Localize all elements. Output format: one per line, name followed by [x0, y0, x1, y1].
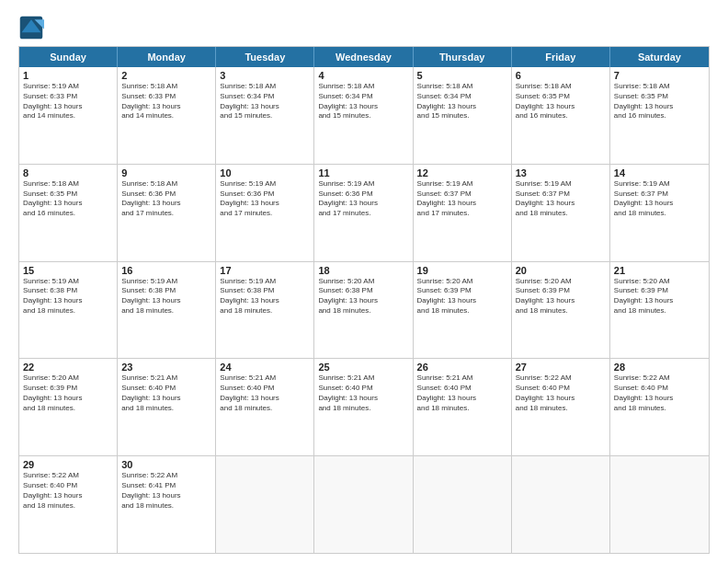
cell-info: Sunrise: 5:19 AM Sunset: 6:36 PM Dayligh…: [220, 179, 310, 219]
header-day-monday: Monday: [118, 47, 216, 67]
day-number: 15: [23, 265, 113, 276]
day-number: 29: [23, 459, 113, 470]
calendar-cell-26: 26Sunrise: 5:21 AM Sunset: 6:40 PM Dayli…: [414, 359, 512, 455]
cell-info: Sunrise: 5:21 AM Sunset: 6:40 PM Dayligh…: [220, 373, 310, 413]
cell-info: Sunrise: 5:18 AM Sunset: 6:36 PM Dayligh…: [121, 179, 211, 219]
calendar-cell-23: 23Sunrise: 5:21 AM Sunset: 6:40 PM Dayli…: [118, 359, 216, 455]
calendar-cell-24: 24Sunrise: 5:21 AM Sunset: 6:40 PM Dayli…: [216, 359, 314, 455]
day-number: 4: [318, 70, 408, 81]
cell-info: Sunrise: 5:22 AM Sunset: 6:40 PM Dayligh…: [614, 373, 705, 413]
day-number: 24: [220, 362, 310, 373]
cell-info: Sunrise: 5:20 AM Sunset: 6:39 PM Dayligh…: [23, 373, 113, 413]
day-number: 5: [417, 70, 507, 81]
calendar-cell-empty: [610, 456, 709, 553]
day-number: 1: [23, 70, 113, 81]
cell-info: Sunrise: 5:19 AM Sunset: 6:37 PM Dayligh…: [614, 179, 705, 219]
calendar-cell-2: 2Sunrise: 5:18 AM Sunset: 6:33 PM Daylig…: [118, 67, 216, 164]
calendar-header: SundayMondayTuesdayWednesdayThursdayFrid…: [19, 47, 709, 67]
day-number: 26: [417, 362, 507, 373]
day-number: 12: [417, 167, 507, 178]
calendar-cell-empty: [216, 456, 314, 553]
day-number: 10: [220, 167, 310, 178]
day-number: 18: [318, 265, 408, 276]
cell-info: Sunrise: 5:18 AM Sunset: 6:33 PM Dayligh…: [121, 82, 211, 121]
header-day-saturday: Saturday: [610, 47, 709, 67]
calendar-cell-1: 1Sunrise: 5:19 AM Sunset: 6:33 PM Daylig…: [19, 67, 118, 164]
calendar-cell-25: 25Sunrise: 5:21 AM Sunset: 6:40 PM Dayli…: [314, 359, 413, 455]
calendar-cell-8: 8Sunrise: 5:18 AM Sunset: 6:35 PM Daylig…: [19, 165, 118, 261]
cell-info: Sunrise: 5:19 AM Sunset: 6:37 PM Dayligh…: [516, 179, 606, 219]
calendar-cell-5: 5Sunrise: 5:18 AM Sunset: 6:34 PM Daylig…: [414, 67, 512, 164]
day-number: 19: [417, 265, 507, 276]
calendar-row-4: 22Sunrise: 5:20 AM Sunset: 6:39 PM Dayli…: [19, 358, 709, 455]
cell-info: Sunrise: 5:19 AM Sunset: 6:36 PM Dayligh…: [318, 179, 408, 219]
calendar-cell-7: 7Sunrise: 5:18 AM Sunset: 6:35 PM Daylig…: [610, 67, 709, 164]
calendar-row-5: 29Sunrise: 5:22 AM Sunset: 6:40 PM Dayli…: [19, 455, 709, 553]
cell-info: Sunrise: 5:18 AM Sunset: 6:35 PM Dayligh…: [23, 179, 113, 219]
calendar-cell-16: 16Sunrise: 5:19 AM Sunset: 6:38 PM Dayli…: [118, 262, 216, 359]
cell-info: Sunrise: 5:18 AM Sunset: 6:34 PM Dayligh…: [318, 82, 408, 121]
calendar-cell-12: 12Sunrise: 5:19 AM Sunset: 6:37 PM Dayli…: [414, 165, 512, 261]
calendar-cell-3: 3Sunrise: 5:18 AM Sunset: 6:34 PM Daylig…: [216, 67, 314, 164]
cell-info: Sunrise: 5:18 AM Sunset: 6:35 PM Dayligh…: [516, 82, 606, 121]
calendar: SundayMondayTuesdayWednesdayThursdayFrid…: [18, 46, 710, 554]
calendar-row-2: 8Sunrise: 5:18 AM Sunset: 6:35 PM Daylig…: [19, 164, 709, 261]
cell-info: Sunrise: 5:18 AM Sunset: 6:35 PM Dayligh…: [614, 82, 705, 121]
logo: [18, 15, 48, 40]
day-number: 23: [121, 362, 211, 373]
day-number: 6: [516, 70, 606, 81]
calendar-cell-21: 21Sunrise: 5:20 AM Sunset: 6:39 PM Dayli…: [610, 262, 709, 359]
day-number: 28: [614, 362, 705, 373]
calendar-cell-22: 22Sunrise: 5:20 AM Sunset: 6:39 PM Dayli…: [19, 359, 118, 455]
calendar-cell-28: 28Sunrise: 5:22 AM Sunset: 6:40 PM Dayli…: [610, 359, 709, 455]
cell-info: Sunrise: 5:19 AM Sunset: 6:38 PM Dayligh…: [23, 277, 113, 316]
calendar-row-1: 1Sunrise: 5:19 AM Sunset: 6:33 PM Daylig…: [19, 67, 709, 164]
cell-info: Sunrise: 5:20 AM Sunset: 6:39 PM Dayligh…: [614, 277, 705, 316]
day-number: 11: [318, 167, 408, 178]
calendar-cell-27: 27Sunrise: 5:22 AM Sunset: 6:40 PM Dayli…: [512, 359, 610, 455]
day-number: 25: [318, 362, 408, 373]
cell-info: Sunrise: 5:18 AM Sunset: 6:34 PM Dayligh…: [220, 82, 310, 121]
day-number: 16: [121, 265, 211, 276]
header-day-friday: Friday: [512, 47, 610, 67]
day-number: 2: [121, 70, 211, 81]
calendar-cell-20: 20Sunrise: 5:20 AM Sunset: 6:39 PM Dayli…: [512, 262, 610, 359]
cell-info: Sunrise: 5:21 AM Sunset: 6:40 PM Dayligh…: [318, 373, 408, 413]
calendar-cell-13: 13Sunrise: 5:19 AM Sunset: 6:37 PM Dayli…: [512, 165, 610, 261]
cell-info: Sunrise: 5:22 AM Sunset: 6:40 PM Dayligh…: [23, 471, 113, 511]
day-number: 14: [614, 167, 705, 178]
calendar-cell-empty: [314, 456, 413, 553]
calendar-cell-empty: [414, 456, 512, 553]
calendar-row-3: 15Sunrise: 5:19 AM Sunset: 6:38 PM Dayli…: [19, 261, 709, 359]
day-number: 17: [220, 265, 310, 276]
calendar-cell-18: 18Sunrise: 5:20 AM Sunset: 6:38 PM Dayli…: [314, 262, 413, 359]
calendar-cell-29: 29Sunrise: 5:22 AM Sunset: 6:40 PM Dayli…: [19, 456, 118, 553]
cell-info: Sunrise: 5:22 AM Sunset: 6:41 PM Dayligh…: [121, 471, 211, 511]
calendar-cell-19: 19Sunrise: 5:20 AM Sunset: 6:39 PM Dayli…: [414, 262, 512, 359]
calendar-cell-empty: [512, 456, 610, 553]
day-number: 21: [614, 265, 705, 276]
calendar-cell-17: 17Sunrise: 5:19 AM Sunset: 6:38 PM Dayli…: [216, 262, 314, 359]
cell-info: Sunrise: 5:20 AM Sunset: 6:39 PM Dayligh…: [417, 277, 507, 316]
calendar-body: 1Sunrise: 5:19 AM Sunset: 6:33 PM Daylig…: [19, 67, 709, 553]
calendar-cell-9: 9Sunrise: 5:18 AM Sunset: 6:36 PM Daylig…: [118, 165, 216, 261]
cell-info: Sunrise: 5:21 AM Sunset: 6:40 PM Dayligh…: [121, 373, 211, 413]
calendar-cell-15: 15Sunrise: 5:19 AM Sunset: 6:38 PM Dayli…: [19, 262, 118, 359]
header-day-sunday: Sunday: [19, 47, 118, 67]
day-number: 13: [516, 167, 606, 178]
day-number: 3: [220, 70, 310, 81]
calendar-cell-14: 14Sunrise: 5:19 AM Sunset: 6:37 PM Dayli…: [610, 165, 709, 261]
cell-info: Sunrise: 5:19 AM Sunset: 6:38 PM Dayligh…: [121, 277, 211, 316]
cell-info: Sunrise: 5:19 AM Sunset: 6:37 PM Dayligh…: [417, 179, 507, 219]
day-number: 30: [121, 459, 211, 470]
cell-info: Sunrise: 5:22 AM Sunset: 6:40 PM Dayligh…: [516, 373, 606, 413]
day-number: 8: [23, 167, 113, 178]
cell-info: Sunrise: 5:19 AM Sunset: 6:38 PM Dayligh…: [220, 277, 310, 316]
day-number: 27: [516, 362, 606, 373]
day-number: 20: [516, 265, 606, 276]
calendar-cell-4: 4Sunrise: 5:18 AM Sunset: 6:34 PM Daylig…: [314, 67, 413, 164]
calendar-cell-6: 6Sunrise: 5:18 AM Sunset: 6:35 PM Daylig…: [512, 67, 610, 164]
cell-info: Sunrise: 5:21 AM Sunset: 6:40 PM Dayligh…: [417, 373, 507, 413]
header-day-thursday: Thursday: [414, 47, 512, 67]
calendar-cell-11: 11Sunrise: 5:19 AM Sunset: 6:36 PM Dayli…: [314, 165, 413, 261]
